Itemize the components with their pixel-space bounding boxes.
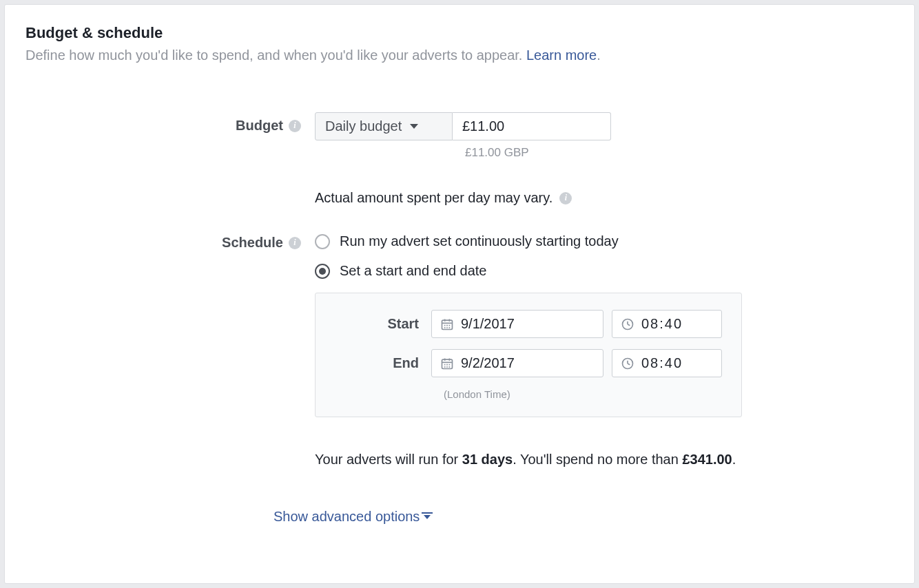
summary-total: £341.00 <box>682 452 732 467</box>
svg-line-12 <box>628 324 630 326</box>
end-label: End <box>335 355 431 371</box>
show-advanced-options-link[interactable]: Show advanced options <box>273 509 431 525</box>
start-date-input[interactable]: 9/1/2017 <box>431 310 603 338</box>
schedule-option-dates-label: Set a start and end date <box>340 263 487 279</box>
summary-prefix: Your adverts will run for <box>315 452 462 467</box>
schedule-summary: Your adverts will run for 31 days. You'l… <box>315 452 894 468</box>
chevron-down-icon <box>410 124 418 129</box>
section-description: Define how much you'd like to spend, and… <box>25 46 894 64</box>
budget-amount-input[interactable] <box>453 112 611 140</box>
calendar-icon <box>440 317 454 331</box>
section-title: Budget & schedule <box>25 24 894 42</box>
schedule-option-continuous[interactable]: Run my advert set continuously starting … <box>315 233 894 249</box>
start-time-value: 08:40 <box>641 316 683 332</box>
schedule-option-dates[interactable]: Set a start and end date <box>315 263 894 279</box>
summary-days: 31 days <box>462 452 513 467</box>
info-icon[interactable]: i <box>289 120 301 132</box>
timezone-note: (London Time) <box>444 388 722 400</box>
schedule-option-continuous-label: Run my advert set continuously starting … <box>340 233 619 249</box>
learn-more-link[interactable]: Learn more <box>526 48 597 63</box>
disclosure-icon <box>424 515 431 519</box>
end-date-input[interactable]: 9/2/2017 <box>431 349 603 377</box>
budget-type-dropdown-label: Daily budget <box>325 118 402 134</box>
schedule-label: Schedule i <box>25 233 315 251</box>
start-label: Start <box>335 316 431 332</box>
end-date-value: 9/2/2017 <box>461 355 515 371</box>
budget-schedule-panel: Budget & schedule Define how much you'd … <box>4 4 915 584</box>
budget-vary-note: Actual amount spent per day may vary. <box>315 190 553 206</box>
date-range-box: Start 9/1/2017 08:40 <box>315 293 742 417</box>
budget-amount-hint: £11.00 GBP <box>465 146 894 160</box>
calendar-icon <box>440 357 454 370</box>
schedule-label-text: Schedule <box>222 235 283 251</box>
start-date-value: 9/1/2017 <box>461 316 515 332</box>
section-description-text: Define how much you'd like to spend, and… <box>25 48 526 63</box>
clock-icon <box>621 357 634 370</box>
radio-icon <box>315 264 330 279</box>
summary-suffix: . <box>732 452 736 467</box>
summary-middle: . You'll spend no more than <box>513 452 682 467</box>
budget-type-dropdown[interactable]: Daily budget <box>315 112 453 140</box>
info-icon[interactable]: i <box>289 237 301 249</box>
svg-line-25 <box>628 364 630 365</box>
budget-label-text: Budget <box>236 118 283 134</box>
radio-icon <box>315 234 330 249</box>
budget-label: Budget i <box>25 112 315 134</box>
start-time-input[interactable]: 08:40 <box>612 310 722 338</box>
show-advanced-options-label: Show advanced options <box>273 509 420 525</box>
end-time-value: 08:40 <box>641 355 683 371</box>
clock-icon <box>621 317 634 331</box>
info-icon[interactable]: i <box>559 192 572 204</box>
end-time-input[interactable]: 08:40 <box>612 349 722 377</box>
